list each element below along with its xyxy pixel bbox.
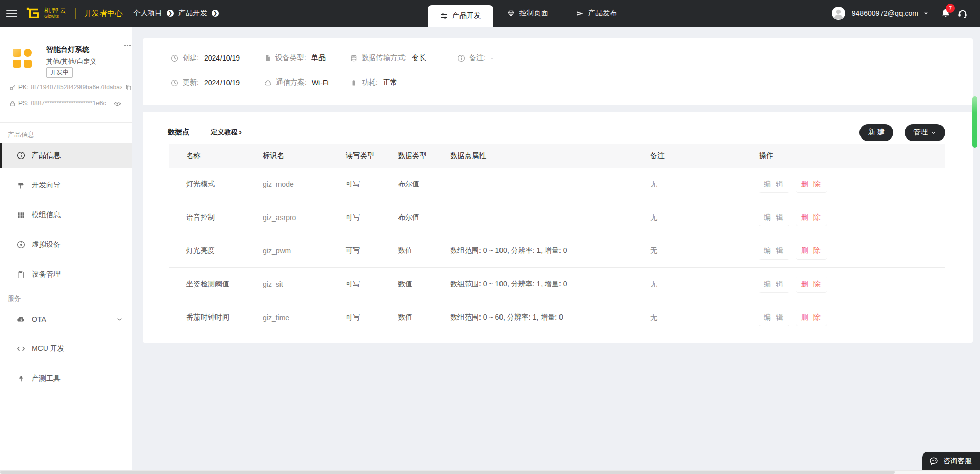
cell-identifier: giz_mode	[263, 180, 346, 188]
gizwits-logo-icon[interactable]	[26, 6, 40, 21]
overview-connectivity: 通信方案: Wi-Fi	[264, 78, 350, 87]
sidebar-item-test-tools[interactable]: 产测工具	[0, 366, 132, 391]
brand-cn: 机智云	[44, 7, 67, 14]
edit-button[interactable]: 编 辑	[759, 243, 789, 259]
overview-device-type: 设备类型: 单品	[264, 53, 350, 63]
manage-button[interactable]: 管理	[905, 124, 945, 141]
sidebar-item-virtual-device[interactable]: 虚拟设备	[0, 232, 132, 257]
header-tabs: 产品开发 控制页面 产品发布	[428, 0, 631, 27]
top-header: 机智云 Gizwits 开发者中心 个人项目 ❯ 产品开发 ❯ 产品开发	[0, 0, 980, 27]
overview-updated: 更新: 2024/10/19	[171, 78, 264, 87]
info-circle-icon	[457, 54, 465, 62]
notifications-button[interactable]: 7	[941, 8, 951, 18]
overview-grid: 创建: 2024/10/19 设备类型: 单品 数据传输方式: 变长 备注: -	[171, 53, 973, 87]
more-options-icon[interactable]	[124, 41, 132, 49]
sidebar-item-label: MCU 开发	[32, 344, 65, 353]
col-rw-type: 读写类型	[346, 151, 398, 161]
delete-button[interactable]: 删 除	[796, 243, 827, 259]
datapoints-table: 名称 标识名 读写类型 数据类型 数据点属性 备注 操作 灯光模式 giz_mo…	[169, 144, 945, 334]
sidebar-menu: 产品信息 产品信息 开发向导 模组信息	[0, 123, 132, 396]
col-name: 名称	[169, 151, 263, 161]
new-datapoint-button[interactable]: 新 建	[859, 124, 893, 141]
cell-attrs: 数组范围: 0 ~ 100, 分辨率: 1, 增量: 0	[450, 246, 650, 255]
delete-button[interactable]: 删 除	[796, 309, 827, 326]
overview-value: 单品	[311, 53, 326, 63]
caret-down-icon[interactable]	[923, 11, 929, 16]
chat-bubble-icon	[929, 456, 939, 466]
tab-product-release[interactable]: 产品发布	[562, 0, 631, 27]
header-brand-area: 机智云 Gizwits 开发者中心	[6, 0, 123, 27]
cell-remark: 无	[650, 313, 759, 322]
sidebar-item-mcu-dev[interactable]: MCU 开发	[0, 337, 132, 361]
tab-product-development[interactable]: 产品开发	[428, 5, 493, 27]
table-header-row: 名称 标识名 读写类型 数据类型 数据点属性 备注 操作	[169, 144, 945, 168]
new-button-label: 新 建	[868, 128, 885, 137]
support-chat-button[interactable]: 咨询客服	[922, 452, 980, 470]
headset-icon[interactable]	[957, 8, 968, 18]
disc-icon	[16, 241, 25, 249]
cloud-icon	[264, 79, 272, 87]
sidebar-item-device-management[interactable]: 设备管理	[0, 262, 132, 287]
tab-datapoints[interactable]: 数据点	[168, 128, 189, 137]
edit-button[interactable]: 编 辑	[759, 309, 789, 326]
sidebar-item-ota[interactable]: OTA	[0, 307, 132, 331]
breadcrumb-product-dev[interactable]: 产品开发	[178, 9, 207, 18]
datapoints-card: 数据点 定义教程 › 新 建 管理 名称 标识名 读写类型 数据类型 数据点属性	[143, 112, 973, 343]
cell-attrs: 数组范围: 0 ~ 100, 分辨率: 1, 增量: 0	[450, 280, 650, 289]
sidebar-item-module-info[interactable]: 模组信息	[0, 203, 132, 227]
col-remark: 备注	[650, 151, 759, 161]
table-row: 坐姿检测阈值 giz_sit 可写 数值 数组范围: 0 ~ 100, 分辨率:…	[169, 268, 945, 301]
edit-button[interactable]: 编 辑	[759, 276, 789, 292]
overview-remark: 备注: -	[457, 53, 973, 63]
gizwits-developer-console: 机智云 Gizwits 开发者中心 个人项目 ❯ 产品开发 ❯ 产品开发	[0, 0, 980, 474]
database-icon	[350, 54, 357, 62]
pk-label: PK:	[18, 84, 28, 91]
chevron-down-icon[interactable]	[116, 316, 123, 322]
tutorial-link[interactable]: 定义教程 ›	[211, 128, 242, 137]
cell-type: 数值	[398, 313, 450, 322]
sidebar-item-product-info[interactable]: 产品信息	[0, 143, 132, 168]
breadcrumb-personal-project[interactable]: 个人项目	[133, 9, 162, 18]
lock-icon	[9, 100, 16, 107]
product-category: 其他/其他/自定义	[46, 57, 96, 66]
horizontal-scrollbar-track[interactable]	[0, 470, 980, 474]
overview-value: 正常	[383, 78, 397, 87]
delete-button[interactable]: 删 除	[796, 209, 827, 226]
cell-rw: 可写	[346, 180, 398, 189]
edit-button[interactable]: 编 辑	[759, 176, 789, 192]
clock-icon	[171, 54, 178, 62]
tab-control-page[interactable]: 控制页面	[493, 0, 562, 27]
delete-button[interactable]: 删 除	[796, 276, 827, 292]
overview-value: 2024/10/19	[204, 78, 240, 87]
horizontal-scrollbar-thumb[interactable]	[0, 471, 895, 474]
cell-name: 番茄时钟时间	[169, 313, 263, 322]
product-overview-card: 创建: 2024/10/19 设备类型: 单品 数据传输方式: 变长 备注: -	[143, 38, 973, 105]
sidebar-item-dev-wizard[interactable]: 开发向导	[0, 173, 132, 198]
col-data-type: 数据类型	[398, 151, 450, 161]
notification-badge: 7	[946, 4, 955, 13]
vertical-scrollbar-thumb[interactable]	[972, 96, 977, 148]
datapoints-actions: 新 建 管理	[859, 124, 945, 141]
avatar[interactable]	[832, 7, 845, 20]
table-row: 灯光模式 giz_mode 可写 布尔值 无 编 辑 删 除	[169, 168, 945, 201]
hamburger-menu-icon[interactable]	[6, 10, 17, 17]
chevron-circle-icon[interactable]: ❯	[167, 10, 174, 17]
grid-icon	[16, 211, 25, 219]
eye-icon[interactable]	[114, 100, 121, 107]
product-name: 智能台灯系统	[46, 45, 89, 54]
delete-button[interactable]: 删 除	[796, 176, 827, 192]
overview-label: 更新:	[183, 78, 199, 87]
col-actions: 操作	[759, 151, 945, 161]
user-email[interactable]: 948600972@qq.com	[852, 9, 918, 17]
overview-created: 创建: 2024/10/19	[171, 53, 264, 63]
cell-type: 数值	[398, 246, 450, 255]
copy-icon[interactable]	[125, 84, 132, 91]
cell-identifier: giz_asrpro	[263, 213, 346, 222]
cell-actions: 编 辑 删 除	[759, 209, 945, 226]
product-secret-row: PS: 0887********************1e6c	[9, 100, 106, 107]
support-label: 咨询客服	[943, 457, 972, 466]
edit-button[interactable]: 编 辑	[759, 209, 789, 226]
chevron-circle-icon[interactable]: ❯	[212, 10, 219, 17]
cell-type: 数值	[398, 280, 450, 289]
clock-icon	[171, 79, 178, 87]
